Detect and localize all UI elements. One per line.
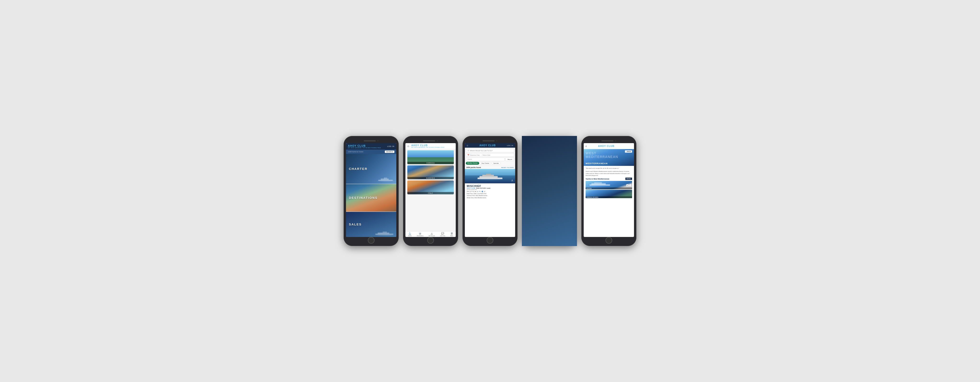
dest-card-italy[interactable]: ITALY [407,181,454,194]
p3-more-filter[interactable]: More ▾ [505,157,514,161]
p2-destinations-list: CORSICA SARDINIA ITALY [406,149,456,231]
p3-location-input[interactable]: ◎ Where Would You Like To Go? [466,149,514,152]
svg-rect-13 [486,174,491,175]
svg-rect-7 [378,233,389,234]
svg-rect-3 [384,178,387,179]
phone-5: ‹ AHOY CLUB LOG IN WESTMEDITERRANEAN MED… [581,136,636,246]
ahoy-watermark: ∧ [511,179,513,182]
yacht-length: 54m (177 ft) [467,191,474,192]
p2-login[interactable]: LOG IN [447,145,454,147]
p1-charter-item[interactable]: CHARTER [346,154,396,184]
p3-departure-input[interactable]: 📅 Departure Date → Return Date [466,153,514,157]
home-button-1[interactable] [368,237,374,244]
p5-katina-nav: ∧ › [626,184,631,186]
p1-destinations-item[interactable]: DESTINATIONS [346,184,396,212]
phone-2: ⌂ AHOY CLUB ANY YACHT, ANYWHERE, FOR THE… [403,136,458,246]
phone-3: ⌂ AHOY CLUB LOG IN ◎ Where Would You Lik… [463,136,517,246]
nav-destinations[interactable]: ◎ Destinations [417,232,424,236]
p1-logo: AHOY CLUB ANY YACHT, ANYWHERE, FOR THE B… [348,144,381,148]
p5-yachts-title: Yachts in West Mediterranean [585,178,609,180]
phone-1: AHOY CLUB ANY YACHT, ANYWHERE, FOR THE B… [344,136,399,246]
p5-katina-thumb[interactable]: KATINA ∧ › [585,181,632,189]
phones-container: AHOY CLUB ANY YACHT, ANYWHERE, FOR THE B… [344,136,636,246]
p5-riviera-thumb[interactable]: FRENCH RIVIERA [585,190,632,198]
p1-destinations-label: DESTINATIONS [349,196,378,200]
p3-location-text: Where Would You Like To Go? [470,150,493,152]
p1-sales-label: SALES [349,223,361,226]
p2-header: ⌂ AHOY CLUB ANY YACHT, ANYWHERE, FOR THE… [406,143,456,149]
p3-login[interactable]: LOG IN [507,145,513,146]
yacht-silhouette-2 [374,231,395,236]
p3-header: ⌂ AHOY CLUB LOG IN [465,143,515,148]
dest-card-corsica[interactable]: CORSICA [407,150,454,164]
p3-logo: AHOY CLUB [479,144,496,147]
nav-more[interactable]: ☰ More [450,232,453,236]
screen-4: AHOY CLUB ℹ ♡ ⋮ MISCHIEF Order type Land… [524,143,574,237]
p3-yacht-retail: Retail €160,000 [467,189,513,190]
p1-search-text: 3,058 Yachts for Charter [348,151,363,152]
p3-filter-buttons: Weekly Charter Day Charter Specials [466,162,514,165]
svg-rect-8 [383,231,387,233]
p1-login[interactable]: LOG IN [387,146,395,147]
yacht-baths: 6 [480,191,481,192]
p5-content: "We travel not to escape life, but for l… [584,166,634,237]
p1-search-button[interactable]: SEARCH [385,151,395,153]
phone-4: AHOY CLUB ℹ ♡ ⋮ MISCHIEF Order type Land… [522,136,577,246]
p3-guests-input[interactable]: Guests [466,157,504,161]
p5-logo: AHOY CLUB [598,145,614,147]
specials-filter[interactable]: Specials [492,162,501,165]
calendar-icon: 📅 [468,154,469,156]
p1-tagline: ANY YACHT, ANYWHERE, FOR THE BEST POSSIB… [348,147,381,148]
p5-back-button[interactable]: ‹ BACK [625,150,632,153]
p5-login[interactable]: LOG IN [626,145,632,147]
p1-logo-text: AHOY CLUB ANY YACHT, ANYWHERE, FOR THE B… [348,144,381,148]
katina-next-btn[interactable]: › [629,184,631,186]
p2-tagline: ANY YACHT, ANYWHERE, FOR THE BEST POSSIB… [411,147,444,148]
p1-sales-item[interactable]: SALES [346,212,396,237]
p3-return-text: Return Date [482,154,490,156]
day-charter-filter[interactable]: Day Charter [480,162,491,165]
speaker-3 [482,140,495,141]
nav-chat[interactable]: 💬 Live Chat [440,232,445,236]
p2-club: CLUB [420,144,428,147]
svg-rect-12 [482,175,494,176]
camera-2 [437,140,438,141]
p5-back-label: BACK [627,151,631,152]
weekly-charter-filter[interactable]: Weekly Charter [466,162,479,165]
home-button-2[interactable] [427,237,434,244]
dest-img-italy: ITALY [407,181,454,194]
p3-date-row: 📅 Departure Date → Return Date [466,153,514,157]
corsica-sky [407,150,454,157]
p5-more-button[interactable]: MORE [625,178,632,180]
p5-back-arrow[interactable]: ‹ [585,144,587,148]
p5-header: ‹ AHOY CLUB LOG IN [584,143,634,149]
home-button-5[interactable] [606,237,612,244]
screen-5: ‹ AHOY CLUB LOG IN WESTMEDITERRANEAN MED… [584,143,634,237]
mischief-yacht-svg [474,174,506,181]
nav-account[interactable]: △ My Account [429,232,435,236]
p3-guests-text: Guests [468,159,472,160]
dest-img-sardinia: SARDINIA [407,165,454,179]
p2-navbar: ⚓ Yachts ◎ Destinations △ My Account 💬 L… [406,231,456,237]
katina-prev-btn[interactable]: ∧ [626,184,629,186]
p3-reset-filters[interactable]: RESET FILTERS [501,167,514,168]
p3-home-icon[interactable]: ⌂ [467,144,468,147]
dest-label-italy: ITALY [407,192,454,194]
nav-yachts[interactable]: ⚓ Yachts [408,232,412,236]
p5-yachts-header: Yachts in West Mediterranean MORE [585,178,632,180]
p1-charter-label: CHARTER [349,167,368,171]
yacht-winter: Winter Area: West Mediterranean [467,197,513,199]
yacht-bath-icon: 🚿 [479,191,480,192]
dest-card-sardinia[interactable]: SARDINIA [407,165,454,179]
p3-yacht-specs: 54m (177 ft) | 🛏 12 🚿 6 👤 13 [467,191,513,192]
camera-1 [377,140,379,141]
p4-mischief-banner: MISCHIEF [524,148,574,161]
p3-yacht-card[interactable]: ∧ MISCHIEF AHOY CLUB Rate €137,634 / wee… [465,169,515,237]
p2-logo: AHOY CLUB ANY YACHT, ANYWHERE, FOR THE B… [411,144,444,148]
home-button-3[interactable] [487,237,493,244]
p2-home-icon[interactable]: ⌂ [407,144,409,148]
p3-search-area: ◎ Where Would You Like To Go? 📅 Departur… [465,148,515,166]
p5-overlay-text: WESTMEDITERRANEAN [585,152,618,159]
yacht-summer: Summer Area: West Mediterranean [467,195,513,197]
svg-rect-16 [594,182,602,184]
